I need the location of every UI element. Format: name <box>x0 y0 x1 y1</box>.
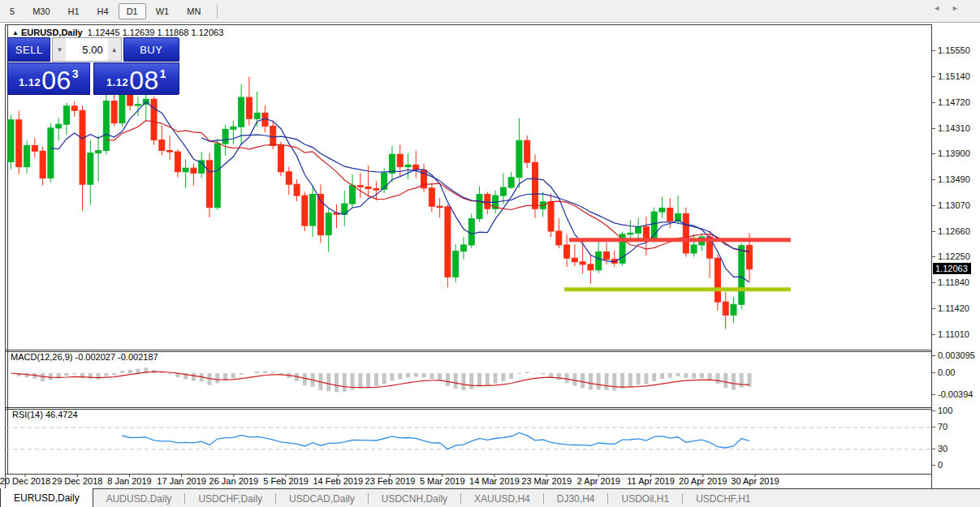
scale-tick-mark <box>932 231 935 232</box>
timeframe-toolbar: 5M30H1H4D1W1MN <box>0 0 980 23</box>
price-tick: 1.14310 <box>938 123 970 133</box>
sell-price-small: 1.12 <box>19 76 41 88</box>
date-label: 20 Dec 2018 <box>0 476 50 486</box>
buy-price-sup: 1 <box>160 67 166 80</box>
scale-tick-mark <box>932 50 935 51</box>
scale-tick-mark <box>932 282 935 283</box>
volume-increase-button[interactable]: ▲ <box>108 38 121 61</box>
date-label: 23 Feb 2019 <box>365 476 416 486</box>
sell-price-display[interactable]: 1.12063 <box>7 62 90 95</box>
timeframe-button-h4[interactable]: H4 <box>89 3 117 19</box>
price-tick: 1.11010 <box>938 329 969 339</box>
macd-tick: 0.00 <box>938 367 955 377</box>
price-tick: 1.13900 <box>938 148 970 158</box>
timeframe-button-w1[interactable]: W1 <box>148 3 178 19</box>
scale-tick-mark <box>932 76 935 77</box>
date-label: 11 Apr 2019 <box>627 476 675 486</box>
buy-price-display[interactable]: 1.12081 <box>93 62 179 95</box>
macd-label: MACD(12,26,9) -0.002027 -0.002187 <box>11 352 158 362</box>
price-tick: 1.12660 <box>938 226 970 236</box>
date-label: 5 Mar 2019 <box>420 476 465 486</box>
chart-ohlc-values: 1.12445 1.12639 1.11868 1.12063 <box>88 28 223 37</box>
current-price-badge: 1.12063 <box>933 263 971 274</box>
rsi-tick: 30 <box>938 444 948 453</box>
tab-scroll-arrows[interactable]: ◄► <box>933 4 970 12</box>
chart-tab-usdchf-daily[interactable]: USDCHF,Daily <box>185 489 275 507</box>
date-label: 2 Apr 2019 <box>577 476 620 486</box>
rsi-tick: 100 <box>938 406 952 415</box>
timeframe-button-5[interactable]: 5 <box>2 3 23 19</box>
price-tick: 1.13490 <box>938 174 970 184</box>
price-tick: 1.11420 <box>938 303 969 313</box>
timeframe-button-h1[interactable]: H1 <box>60 3 88 19</box>
price-tick: 1.11840 <box>938 277 969 287</box>
chart-tab-xauusd-h4[interactable]: XAUUSD,H4 <box>461 489 543 507</box>
scale-tick-mark <box>932 179 935 180</box>
tab-scroll-left-icon[interactable]: ◄ <box>933 4 952 12</box>
date-label: 30 Apr 2019 <box>731 476 779 486</box>
scale-tick-mark <box>932 128 935 129</box>
chart-tab-usdoil-h1[interactable]: USDOil,H1 <box>608 489 682 507</box>
price-tick: 1.13070 <box>938 200 970 210</box>
date-label: 29 Dec 2018 <box>52 476 102 486</box>
one-click-trading-widget: SELL ▼ 5.00 ▲ BUY 1.12063 1.12081 <box>7 37 179 95</box>
chart-tab-audusd-daily[interactable]: AUDUSD,Daily <box>93 489 185 507</box>
price-tick: 1.12250 <box>938 251 970 261</box>
tab-scroll-right-icon[interactable]: ► <box>952 4 970 12</box>
date-label: 26 Jan 2019 <box>209 476 259 486</box>
scale-tick-mark <box>932 205 935 206</box>
chart-tab-usdchf-h1[interactable]: USDCHF,H1 <box>683 489 763 507</box>
scale-tick-mark <box>932 449 935 449</box>
scale-tick-mark <box>932 102 935 103</box>
scale-tick-mark <box>932 355 935 356</box>
toolbar-separator <box>217 4 218 19</box>
scale-tick-mark <box>932 153 935 154</box>
timeframe-button-mn[interactable]: MN <box>179 3 209 19</box>
rsi-label: RSI(14) 46.4724 <box>12 410 78 419</box>
up-triangle-icon: ▲ <box>12 29 19 37</box>
sell-price-big: 06 <box>41 70 71 92</box>
volume-input[interactable]: 5.00 <box>66 38 107 61</box>
scale-tick-mark <box>932 465 935 466</box>
chart-tab-usdcad-daily[interactable]: USDCAD,Daily <box>276 489 368 507</box>
price-tick: 1.14720 <box>938 97 970 107</box>
date-label: 8 Jan 2019 <box>107 476 151 486</box>
chart-symbol: EURUSD,Daily <box>21 28 83 37</box>
date-label: 17 Jan 2019 <box>157 476 206 486</box>
price-tick: 1.15140 <box>938 71 970 81</box>
chart-tab-bar: EURUSD,DailyAUDUSD,DailyUSDCHF,DailyUSDC… <box>0 488 980 507</box>
chart-tab-dj30-h4[interactable]: DJ30,H4 <box>544 489 608 507</box>
timeframe-button-d1[interactable]: D1 <box>119 3 146 19</box>
rsi-tick: 0 <box>938 460 943 470</box>
buy-button[interactable]: BUY <box>123 37 179 62</box>
volume-stepper: ▼ 5.00 ▲ <box>52 37 121 62</box>
sell-price-sup: 3 <box>72 67 79 80</box>
buy-price-big: 08 <box>129 70 159 92</box>
rsi-tick: 70 <box>938 422 948 432</box>
volume-decrease-button[interactable]: ▼ <box>53 38 66 61</box>
chart-tab-eurusd-daily[interactable]: EURUSD,Daily <box>0 488 93 507</box>
scale-tick-mark <box>932 410 935 411</box>
date-label: 5 Feb 2019 <box>263 476 309 486</box>
chart-tab-usdcnh-daily[interactable]: USDCNH,Daily <box>369 489 460 507</box>
scale-tick-mark <box>932 334 935 335</box>
macd-tick: -0.00394 <box>938 389 973 399</box>
date-label: 14 Mar 2019 <box>469 476 520 486</box>
date-label: 23 Mar 2019 <box>521 476 572 486</box>
date-label: 14 Feb 2019 <box>313 476 363 486</box>
macd-tick: 0.003095 <box>938 350 975 360</box>
scale-tick-mark <box>932 256 935 257</box>
price-tick: 1.15550 <box>938 45 970 55</box>
scale-tick-mark <box>932 372 935 373</box>
buy-price-small: 1.12 <box>106 76 128 88</box>
scale-tick-mark <box>932 427 935 428</box>
trading-terminal: 5M30H1H4D1W1MN ▲EURUSD,Daily 1.12445 1.1… <box>0 0 980 507</box>
rsi-line <box>122 433 749 449</box>
date-label: 20 Apr 2019 <box>679 476 727 486</box>
timeframe-button-m30[interactable]: M30 <box>24 3 58 19</box>
chart-title: ▲EURUSD,Daily 1.12445 1.12639 1.11868 1.… <box>12 28 223 37</box>
scale-tick-mark <box>932 394 935 395</box>
price-scale[interactable]: 1.155501.151401.147201.143101.139001.134… <box>932 24 980 488</box>
chart-window[interactable]: ▲EURUSD,Daily 1.12445 1.12639 1.11868 1.… <box>5 24 932 489</box>
sell-button[interactable]: SELL <box>7 37 50 62</box>
